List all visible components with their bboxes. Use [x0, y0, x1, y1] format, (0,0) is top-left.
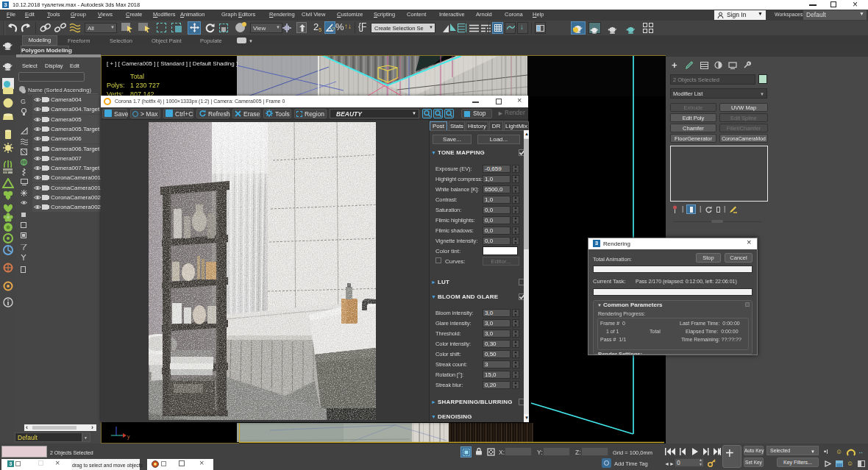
svg-text:y: y — [127, 434, 130, 440]
svg-text:Total: Total — [130, 73, 144, 80]
svg-text:Polys:: Polys: — [107, 82, 125, 89]
svg-text:[ + ] [ Camera005 ] [ Standard: [ + ] [ Camera005 ] [ Standard ] [ Defau… — [107, 60, 238, 67]
svg-text:1 230 727: 1 230 727 — [130, 82, 160, 89]
